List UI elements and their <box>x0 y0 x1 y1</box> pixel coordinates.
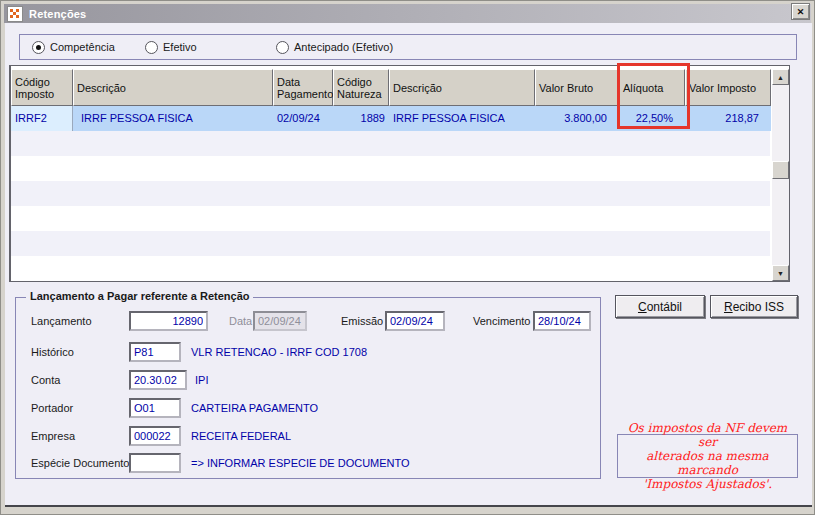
contabil-button-accel: C <box>638 300 647 314</box>
contabil-button-label: ontábil <box>647 300 682 314</box>
conta-label: Conta <box>31 374 60 386</box>
column-header-data-pagamento[interactable]: Data Pagamento <box>273 69 333 106</box>
empresa-desc: RECEITA FEDERAL <box>191 430 291 442</box>
close-button[interactable]: ✕ <box>791 3 810 20</box>
app-icon <box>7 6 23 22</box>
radio-label: Antecipado (Efetivo) <box>294 41 393 53</box>
emissao-label: Emissão <box>341 315 383 327</box>
recibo-iss-button-label: ecibo ISS <box>733 300 784 314</box>
vencimento-field[interactable] <box>533 311 591 331</box>
cell-codigo-natureza[interactable]: 1889 <box>333 106 389 131</box>
scroll-down-icon: ▼ <box>777 270 784 277</box>
note-line: 'Impostos Ajustados'. <box>643 477 772 491</box>
column-header-descricao[interactable]: Descrição <box>73 69 273 106</box>
cell-aliquota[interactable]: 22,50% <box>619 106 685 131</box>
portador-label: Portador <box>31 402 73 414</box>
scroll-up-button[interactable]: ▲ <box>772 69 789 85</box>
empresa-label: Empresa <box>31 430 75 442</box>
retencoes-grid: Código Imposto Descrição Data Pagamento … <box>9 65 790 282</box>
radio-label: Efetivo <box>163 41 197 53</box>
scroll-up-icon: ▲ <box>777 74 784 81</box>
conta-desc: IPI <box>195 374 208 386</box>
radio-selected-icon <box>32 41 45 54</box>
portador-desc: CARTEIRA PAGAMENTO <box>191 402 318 414</box>
vencimento-label: Vencimento <box>473 315 530 327</box>
portador-field[interactable] <box>129 398 181 418</box>
radio-efetivo[interactable]: Efetivo <box>145 35 197 59</box>
radio-antecipado[interactable]: Antecipado (Efetivo) <box>276 35 393 59</box>
especie-documento-label: Espécie Documento <box>31 457 129 469</box>
contabil-button[interactable]: Contábil <box>615 295 705 318</box>
radio-competencia[interactable]: Competência <box>32 35 115 59</box>
historico-label: Histórico <box>31 346 74 358</box>
column-header-codigo-natureza[interactable]: Código Natureza <box>333 69 389 106</box>
cell-descricao-2[interactable]: IRRF PESSOA FISICA <box>389 106 535 131</box>
radio-unselected-icon <box>145 41 158 54</box>
table-row[interactable]: IRRF2 IRRF PESSOA FISICA 02/09/24 1889 I… <box>11 106 771 131</box>
data-label: Data <box>229 315 252 327</box>
cell-valor-bruto[interactable]: 3.800,00 <box>535 106 619 131</box>
close-icon: ✕ <box>797 7 805 17</box>
cell-data-pagamento[interactable]: 02/09/24 <box>273 106 333 131</box>
window-bottom-edge <box>5 505 812 507</box>
radio-unselected-icon <box>276 41 289 54</box>
empresa-field[interactable] <box>129 426 181 446</box>
historico-desc: VLR RETENCAO - IRRF COD 1708 <box>191 346 367 358</box>
cell-descricao[interactable]: IRRF PESSOA FISICA <box>73 106 273 131</box>
data-field <box>253 311 307 331</box>
mode-groupbox: Competência Efetivo Antecipado (Efetivo) <box>19 34 797 60</box>
impostos-note: Os impostos da NF devem ser alterados na… <box>617 434 798 478</box>
column-header-valor-imposto[interactable]: Valor Imposto <box>685 69 771 106</box>
scrollbar-thumb[interactable] <box>772 161 789 179</box>
lancamento-field[interactable] <box>129 311 208 331</box>
emissao-field[interactable] <box>385 311 445 331</box>
lancamento-label: Lançamento <box>31 315 92 327</box>
especie-documento-field[interactable] <box>129 453 181 473</box>
scroll-down-button[interactable]: ▼ <box>772 265 789 281</box>
column-header-descricao-2[interactable]: Descrição <box>389 69 535 106</box>
vertical-scrollbar[interactable]: ▲ ▼ <box>772 69 789 281</box>
radio-label: Competência <box>50 41 115 53</box>
grid-empty-rows <box>11 131 770 281</box>
especie-documento-desc: => INFORMAR ESPECIE DE DOCUMENTO <box>191 457 410 469</box>
cell-valor-imposto[interactable]: 218,87 <box>685 106 771 131</box>
recibo-iss-button[interactable]: Recibo ISS <box>710 295 798 318</box>
retencoes-dialog: Retenções ✕ Competência Efetivo Antecipa… <box>0 0 815 515</box>
cell-codigo-imposto[interactable]: IRRF2 <box>11 106 73 131</box>
grid-header-row: Código Imposto Descrição Data Pagamento … <box>11 69 771 106</box>
column-header-codigo-imposto[interactable]: Código Imposto <box>11 69 73 106</box>
column-header-valor-bruto[interactable]: Valor Bruto <box>535 69 619 106</box>
groupbox-title: Lançamento a Pagar referente a Retenção <box>26 290 253 302</box>
note-line: Os impostos da NF devem ser <box>618 421 797 449</box>
column-header-aliquota[interactable]: Alíquota <box>619 69 685 106</box>
conta-field[interactable] <box>129 370 187 390</box>
historico-field[interactable] <box>129 342 181 362</box>
window-title: Retenções <box>29 8 86 20</box>
note-line: alterados na mesma marcando <box>618 449 797 477</box>
recibo-iss-button-accel: R <box>724 300 733 314</box>
title-bar[interactable]: Retenções <box>4 4 811 23</box>
